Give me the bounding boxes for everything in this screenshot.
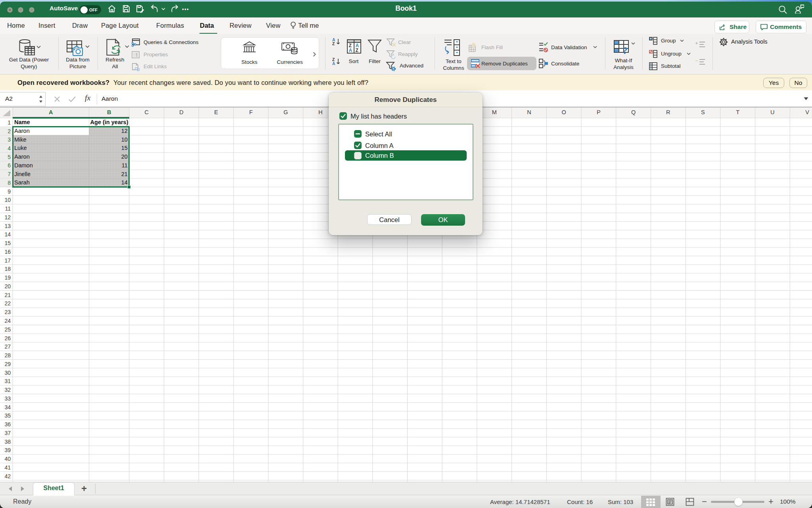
svg-text:A: A (332, 61, 335, 65)
svg-text:Z: Z (332, 42, 335, 46)
svg-text:Z: Z (356, 48, 358, 53)
svg-text:A: A (349, 48, 352, 53)
svg-text:?: ? (622, 45, 628, 56)
